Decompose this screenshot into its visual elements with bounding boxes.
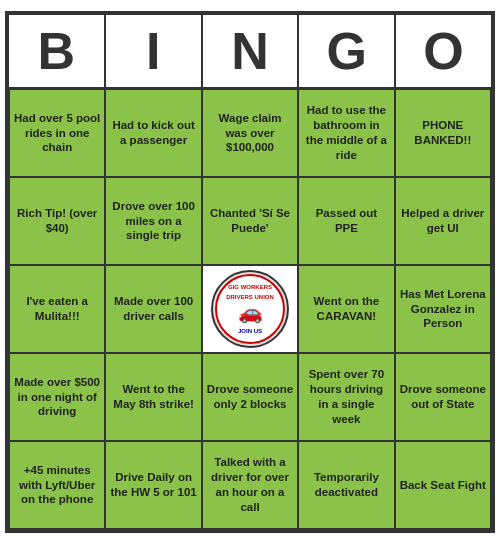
cell-text-19: Drove someone out of State [400,382,486,412]
cell-text-9: Helped a driver get UI [400,206,486,236]
cell-text-5: Rich Tip! (over $40) [14,206,100,236]
bingo-cell-23: Temporarily deactivated [299,442,395,530]
cell-text-14: Has Met Lorena Gonzalez in Person [400,287,486,332]
cell-text-17: Drove someone only 2 blocks [207,382,293,412]
bingo-cell-2: Wage claim was over $100,000 [203,90,299,178]
bingo-grid: Had over 5 pool rides in one chainHad to… [8,88,492,530]
cell-text-18: Spent over 70 hours driving in a single … [303,367,389,427]
header-letter-n: N [202,14,299,88]
header-letter-b: B [8,14,105,88]
cell-text-24: Back Seat Fight [400,478,486,493]
bingo-cell-21: Drive Daily on the HW 5 or 101 [106,442,202,530]
svg-text:🚗: 🚗 [237,300,262,324]
bingo-cell-9: Helped a driver get UI [396,178,492,266]
bingo-cell-10: I've eaten a Mulita!!! [10,266,106,354]
svg-text:JOIN US: JOIN US [238,328,262,334]
svg-text:GIG WORKERS: GIG WORKERS [228,284,272,290]
bingo-header: BINGO [8,14,492,88]
bingo-cell-13: Went on the CARAVAN! [299,266,395,354]
cell-text-8: Passed out PPE [303,206,389,236]
cell-text-6: Drove over 100 miles on a single trip [110,199,196,244]
bingo-cell-20: +45 minutes with Lyft/Uber on the phone [10,442,106,530]
bingo-cell-8: Passed out PPE [299,178,395,266]
bingo-cell-15: Made over $500 in one night of driving [10,354,106,442]
bingo-cell-1: Had to kick out a passenger [106,90,202,178]
bingo-cell-7: Chanted 'Sí Se Puede' [203,178,299,266]
cell-text-2: Wage claim was over $100,000 [207,111,293,156]
cell-text-23: Temporarily deactivated [303,470,389,500]
cell-text-22: Talked with a driver for over an hour on… [207,455,293,515]
bingo-cell-18: Spent over 70 hours driving in a single … [299,354,395,442]
header-letter-i: I [105,14,202,88]
bingo-cell-17: Drove someone only 2 blocks [203,354,299,442]
cell-text-16: Went to the May 8th strike! [110,382,196,412]
bingo-cell-3: Had to use the bathroom in the middle of… [299,90,395,178]
cell-text-15: Made over $500 in one night of driving [14,375,100,420]
bingo-card: BINGO Had over 5 pool rides in one chain… [5,11,495,533]
cell-text-0: Had over 5 pool rides in one chain [14,111,100,156]
bingo-cell-6: Drove over 100 miles on a single trip [106,178,202,266]
cell-text-21: Drive Daily on the HW 5 or 101 [110,470,196,500]
header-letter-o: O [395,14,492,88]
cell-text-20: +45 minutes with Lyft/Uber on the phone [14,463,100,508]
cell-text-10: I've eaten a Mulita!!! [14,294,100,324]
cell-text-13: Went on the CARAVAN! [303,294,389,324]
bingo-cell-5: Rich Tip! (over $40) [10,178,106,266]
bingo-cell-4: PHONE BANKED!! [396,90,492,178]
svg-text:DRIVERS UNION: DRIVERS UNION [226,294,274,300]
bingo-cell-16: Went to the May 8th strike! [106,354,202,442]
cell-text-4: PHONE BANKED!! [400,118,486,148]
bingo-cell-12: GIG WORKERSDRIVERS UNION🚗JOIN US [203,266,299,354]
bingo-cell-24: Back Seat Fight [396,442,492,530]
cell-text-3: Had to use the bathroom in the middle of… [303,103,389,163]
header-letter-g: G [298,14,395,88]
cell-text-1: Had to kick out a passenger [110,118,196,148]
bingo-cell-14: Has Met Lorena Gonzalez in Person [396,266,492,354]
bingo-cell-0: Had over 5 pool rides in one chain [10,90,106,178]
cell-text-7: Chanted 'Sí Se Puede' [207,206,293,236]
cell-text-11: Made over 100 driver calls [110,294,196,324]
bingo-cell-22: Talked with a driver for over an hour on… [203,442,299,530]
bingo-cell-11: Made over 100 driver calls [106,266,202,354]
bingo-cell-19: Drove someone out of State [396,354,492,442]
